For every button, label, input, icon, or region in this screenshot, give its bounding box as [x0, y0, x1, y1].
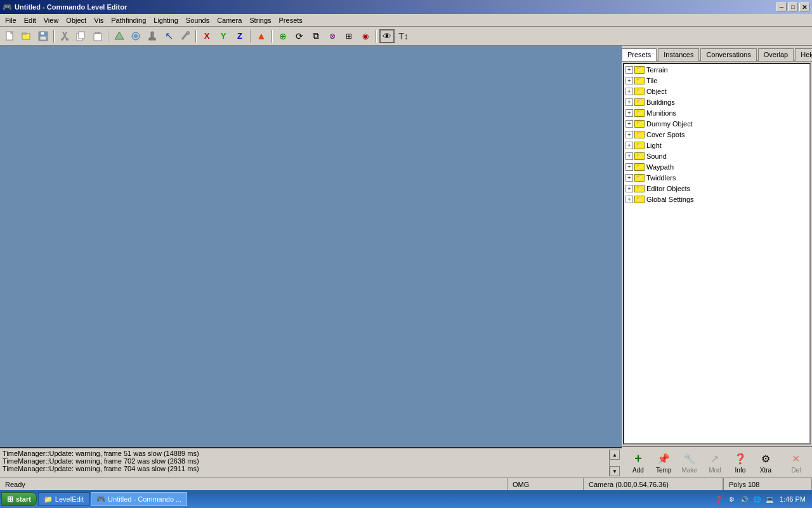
status-polys: Polys 108 [723, 478, 812, 490]
xtra-button[interactable]: ⚙ Xtra [754, 450, 777, 475]
tab-instances[interactable]: Instances [658, 48, 699, 61]
new-button[interactable] [3, 29, 18, 43]
tree-item-light[interactable]: + 📁 Light [624, 140, 809, 150]
paste-button[interactable] [90, 29, 105, 43]
make-button[interactable]: 🔧 Make [678, 450, 700, 475]
mod-button[interactable]: ↗ Mod [704, 450, 726, 475]
menu-camera[interactable]: Camera [213, 15, 246, 25]
menu-sounds[interactable]: Sounds [182, 15, 213, 25]
log-scroll-up[interactable]: ▲ [610, 450, 620, 460]
tree-label-light: Light [646, 142, 662, 149]
tree-item-global-settings[interactable]: + 📁 Global Settings [624, 194, 809, 204]
taskbar-commando[interactable]: 🎮 Untitled - Commando ... [91, 492, 187, 506]
special3-button[interactable]: ◉ [358, 29, 373, 43]
tree-expand-cover-spots[interactable]: + [625, 131, 633, 138]
paint-button[interactable] [128, 29, 143, 43]
tree-item-cover-spots[interactable]: + 📁 Cover Spots [624, 129, 809, 140]
log-line-2: TimeManager::Update: warning, frame 702 … [3, 457, 609, 465]
tree-item-object[interactable]: + 📁 Object [624, 86, 809, 97]
tree-expand-object[interactable]: + [625, 88, 633, 95]
tab-conversations[interactable]: Conversations [700, 48, 756, 61]
tree-expand-waypath[interactable]: + [625, 163, 633, 171]
del-icon: ✕ [789, 451, 804, 466]
menu-strings[interactable]: Strings [246, 15, 275, 25]
tree-expand-tile[interactable]: + [625, 77, 633, 84]
menu-pathfinding[interactable]: Pathfinding [107, 15, 150, 25]
select-button[interactable]: ▲ [254, 29, 269, 43]
special2-button[interactable]: ⊞ [341, 29, 357, 43]
tree-item-editor-objects[interactable]: + 📁 Editor Objects [624, 183, 809, 194]
cut-button[interactable] [57, 29, 72, 43]
tray-icon-2: ⚙ [726, 494, 737, 504]
open-button[interactable] [19, 29, 34, 43]
tree-item-tile[interactable]: + 📁 Tile [624, 75, 809, 86]
wrench-button[interactable] [178, 29, 193, 43]
tree-folder-cover-spots: 📁 [634, 131, 645, 138]
menu-view[interactable]: View [40, 15, 63, 25]
tree-panel[interactable]: + 📁 Terrain + 📁 Tile + 📁 Object + 📁 [623, 63, 811, 444]
terrain-button[interactable] [112, 29, 127, 43]
maximize-button[interactable]: □ [788, 3, 798, 11]
x-axis-button[interactable]: X [199, 29, 214, 43]
workspace: TimeManager::Update: warning, frame 51 w… [0, 46, 812, 478]
tree-label-editor-objects: Editor Objects [646, 185, 690, 192]
tree-item-dummy-object[interactable]: + 📁 Dummy Object [624, 118, 809, 129]
start-icon: ⊞ [7, 495, 13, 504]
tree-item-sound[interactable]: + 📁 Sound [624, 150, 809, 161]
info-button[interactable]: ❓ Info [729, 450, 752, 475]
save-button[interactable] [36, 29, 51, 43]
move-button[interactable]: ⊕ [275, 29, 291, 43]
tree-expand-sound[interactable]: + [625, 152, 633, 160]
tools-button[interactable] [145, 29, 160, 43]
tree-item-twiddlers[interactable]: + 📁 Twiddlers [624, 172, 809, 183]
tree-expand-global-settings[interactable]: + [625, 196, 633, 203]
temp-button[interactable]: 📌 Temp [652, 450, 675, 475]
menu-presets[interactable]: Presets [275, 15, 306, 25]
title-bar-left: 🎮 Untitled - Commando Level Editor [3, 3, 127, 11]
tree-item-buildings[interactable]: + 📁 Buildings [624, 97, 809, 107]
tree-expand-twiddlers[interactable]: + [625, 174, 633, 182]
tree-folder-light: 📁 [634, 142, 645, 149]
taskbar-leveledit-icon: 📁 [44, 495, 53, 504]
taskbar-leveledit-label: LevelEdit [55, 495, 84, 503]
minimize-button[interactable]: ─ [776, 3, 787, 11]
main-viewport[interactable] [0, 46, 622, 447]
tree-expand-terrain[interactable]: + [625, 66, 633, 74]
log-scroll-down[interactable]: ▼ [610, 466, 620, 476]
text-button[interactable]: T↕ [396, 29, 411, 43]
tree-expand-munitions[interactable]: + [625, 109, 633, 117]
del-button[interactable]: ✕ Del [785, 450, 808, 475]
close-button[interactable]: ✕ [799, 3, 809, 11]
info-icon: ❓ [733, 451, 748, 466]
taskbar-leveledit[interactable]: 📁 LevelEdit [38, 492, 89, 506]
tree-expand-editor-objects[interactable]: + [625, 185, 633, 192]
app: 🎮 Untitled - Commando Level Editor ─ □ ✕… [0, 0, 812, 508]
rotate-button[interactable]: ⟳ [292, 29, 307, 43]
copy-button[interactable] [74, 29, 89, 43]
tree-item-munitions[interactable]: + 📁 Munitions [624, 107, 809, 118]
camera-button[interactable]: 👁 [379, 29, 395, 43]
menu-file[interactable]: File [1, 15, 20, 25]
tree-expand-dummy-object[interactable]: + [625, 120, 633, 128]
pointer-button[interactable]: ↖ [161, 29, 176, 43]
tree-item-waypath[interactable]: + 📁 Waypath [624, 161, 809, 172]
menu-vis[interactable]: Vis [90, 15, 107, 25]
tree-item-terrain[interactable]: + 📁 Terrain [624, 64, 809, 75]
start-label: start [16, 495, 31, 503]
tab-overlap[interactable]: Overlap [758, 48, 794, 61]
start-button[interactable]: ⊞ start [1, 492, 37, 506]
y-axis-button[interactable]: Y [216, 29, 231, 43]
special1-button[interactable]: ⊗ [325, 29, 340, 43]
tree-expand-buildings[interactable]: + [625, 98, 633, 106]
tab-presets[interactable]: Presets [622, 48, 657, 61]
tab-heightfield[interactable]: Heightfield [795, 48, 812, 61]
tree-folder-global-settings: 📁 [634, 196, 645, 203]
menu-lighting[interactable]: Lighting [150, 15, 182, 25]
z-axis-button[interactable]: Z [232, 29, 247, 43]
tree-expand-light[interactable]: + [625, 142, 633, 149]
menu-edit[interactable]: Edit [20, 15, 40, 25]
add-button[interactable]: + Add [627, 450, 650, 475]
menu-object[interactable]: Object [62, 15, 90, 25]
scale-button[interactable]: ⧉ [308, 29, 324, 43]
svg-rect-19 [151, 32, 154, 38]
